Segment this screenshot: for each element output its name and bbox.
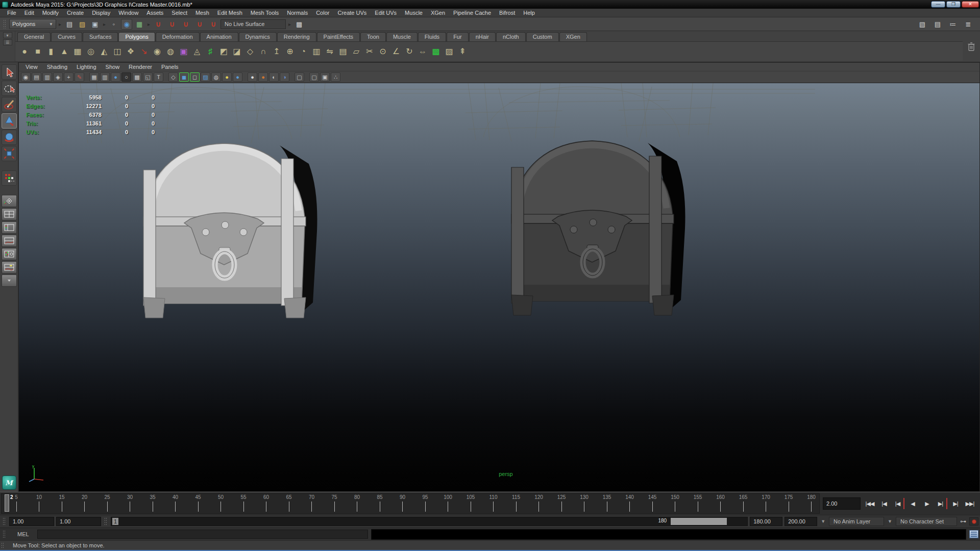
uv-snapshot-icon[interactable]: ▨	[443, 45, 455, 58]
menu-item[interactable]: Normals	[283, 10, 312, 16]
drag-grip[interactable]	[3, 19, 7, 29]
menu-item[interactable]: Mesh Tools	[247, 10, 283, 16]
layout-four-pane-button[interactable]	[2, 208, 17, 220]
shelf-tab[interactable]: nCloth	[496, 32, 526, 41]
layout-persp-graph-outliner-button[interactable]	[2, 261, 17, 273]
crease-tool-icon[interactable]: ∠	[390, 45, 402, 58]
poly-sphere-icon[interactable]: ●	[18, 45, 31, 58]
select-tool[interactable]	[2, 64, 17, 80]
lasso-tool[interactable]	[2, 81, 17, 96]
spin-edge-icon[interactable]: ↻	[403, 45, 415, 58]
shelf-tab[interactable]: Dynamics	[239, 32, 277, 41]
animation-start-field[interactable]: 1.00	[9, 517, 54, 526]
extract-icon[interactable]: ♯	[204, 45, 216, 58]
bridge-icon[interactable]: ∩	[257, 45, 270, 58]
rotate-tool[interactable]	[2, 130, 17, 145]
multi-cut-icon[interactable]: ✂	[363, 45, 376, 58]
panel-menu-item[interactable]: Lighting	[72, 64, 101, 70]
last-tool-used[interactable]	[2, 170, 17, 186]
panel-menu-item[interactable]: Show	[101, 64, 125, 70]
layout-more-dropdown[interactable]	[2, 274, 17, 287]
menu-item[interactable]: Edit	[20, 10, 38, 16]
character-set-dropdown[interactable]: No Character Set	[896, 517, 957, 526]
channel-box-icon[interactable]: ≣	[963, 19, 974, 30]
chest-object-dark[interactable]	[497, 132, 691, 336]
step-forward-frame-button[interactable]: ▶|	[949, 498, 962, 509]
shelf-tab[interactable]: Surfaces	[83, 32, 118, 41]
gate-mask-icon[interactable]: ○	[121, 72, 131, 82]
animation-end-field[interactable]: 200.00	[785, 517, 817, 526]
shelf-tab[interactable]: XGen	[559, 32, 587, 41]
xray-joints-icon[interactable]: ▣	[320, 72, 330, 82]
panel-menu-item[interactable]: Panels	[157, 64, 183, 70]
grid-icon[interactable]: ▦	[89, 72, 99, 82]
chevron-down-icon[interactable]: ▼	[819, 519, 827, 524]
make-live-icon[interactable]: ∪	[208, 19, 219, 30]
snap-to-curve-icon[interactable]: ∪	[166, 19, 178, 30]
play-forwards-button[interactable]: ▶	[921, 498, 933, 509]
range-slider[interactable]: 1 180	[111, 517, 748, 526]
menu-item[interactable]: Display	[88, 10, 114, 16]
menu-item[interactable]: Assets	[142, 10, 167, 16]
new-scene-icon[interactable]: ▤	[64, 19, 75, 30]
tool-settings-icon[interactable]: ≔	[947, 19, 959, 30]
poly-pyramid-icon[interactable]: ◭	[98, 45, 110, 58]
safe-action-icon[interactable]: ◱	[143, 72, 153, 82]
camera-attributes-icon[interactable]: ▤	[32, 72, 41, 82]
playback-end-field[interactable]: 180.00	[750, 517, 782, 526]
shelf-tab[interactable]: Animation	[200, 32, 238, 41]
layout-hypershade-persp-button[interactable]	[2, 248, 17, 260]
poly-cylinder-icon[interactable]: ▮	[45, 45, 57, 58]
quad-draw-icon[interactable]: ▱	[350, 45, 362, 58]
playback-start-field[interactable]: 1.00	[56, 517, 101, 526]
go-to-start-button[interactable]: |◀◀	[864, 498, 876, 509]
step-back-key-button[interactable]: |◀	[892, 498, 904, 509]
live-surface-field[interactable]: No Live Surface	[220, 19, 286, 29]
go-to-end-button[interactable]: ▶▶|	[964, 498, 976, 509]
resolution-gate-icon[interactable]: ●	[111, 72, 120, 82]
split-mesh-icon[interactable]: ◩	[217, 45, 230, 58]
merge-vertices-icon[interactable]: ⊕	[284, 45, 296, 58]
shelf-tab[interactable]: nHair	[469, 32, 496, 41]
select-object-mode-icon[interactable]: ◉	[121, 19, 132, 30]
shaded-icon[interactable]: ◼	[179, 72, 189, 82]
save-scene-icon[interactable]: ▣	[89, 19, 101, 30]
duplicate-face-icon[interactable]: ▤	[337, 45, 349, 58]
xray-icon[interactable]: ▢	[309, 72, 319, 82]
scale-tool[interactable]	[2, 146, 17, 161]
shelf-menu-button[interactable]: ☰	[3, 39, 12, 45]
bookmarks-icon[interactable]: ▥	[42, 72, 52, 82]
safe-title-icon[interactable]: T	[154, 72, 163, 82]
film-gate-icon[interactable]: ▥	[100, 72, 110, 82]
smooth-icon[interactable]: ◉	[151, 45, 163, 58]
time-slider[interactable]: 2 5 10 15 20	[1, 493, 820, 514]
viewport-3d-canvas[interactable]: Verts: 5958 0 0 Edges: 12271 0 0	[19, 83, 979, 491]
layout-persp-outliner-button[interactable]	[2, 221, 17, 234]
sculpt-geometry-icon[interactable]: ◬	[191, 45, 203, 58]
shelf-tab[interactable]: Deformation	[156, 32, 200, 41]
play-backwards-button[interactable]: ◀	[906, 498, 919, 509]
close-button[interactable]: ✕	[962, 1, 979, 8]
lighting-default-icon[interactable]: ●	[233, 72, 242, 82]
move-tool[interactable]	[2, 113, 17, 129]
textured-icon[interactable]: ▨	[201, 72, 210, 82]
panel-menu-item[interactable]: Renderer	[124, 64, 157, 70]
shelf-tab[interactable]: General	[17, 32, 51, 41]
menu-item[interactable]: Create UVs	[333, 10, 371, 16]
trash-icon[interactable]	[968, 42, 975, 51]
shelf-tab[interactable]: Custom	[526, 32, 559, 41]
render-current-frame-icon[interactable]: ▩	[293, 19, 305, 30]
shelf-tab[interactable]: PaintEffects	[317, 32, 360, 41]
poly-cube-icon[interactable]: ■	[32, 45, 44, 58]
subdiv-proxy-icon[interactable]: ▣	[178, 45, 190, 58]
normals-icon[interactable]: ⇞	[456, 45, 469, 58]
menu-item[interactable]: XGen	[427, 10, 449, 16]
image-plane-icon[interactable]: ◈	[53, 72, 63, 82]
wireframe-icon[interactable]: ◇	[168, 72, 178, 82]
menu-item[interactable]: Muscle	[401, 10, 427, 16]
multisample-icon[interactable]: ◑	[280, 72, 289, 82]
layout-single-pane-button[interactable]	[2, 195, 17, 207]
shelf-tab[interactable]: Fluids	[418, 32, 446, 41]
grease-pencil-icon[interactable]: ✎	[75, 72, 84, 82]
shelf-tab[interactable]: Fur	[447, 32, 469, 41]
